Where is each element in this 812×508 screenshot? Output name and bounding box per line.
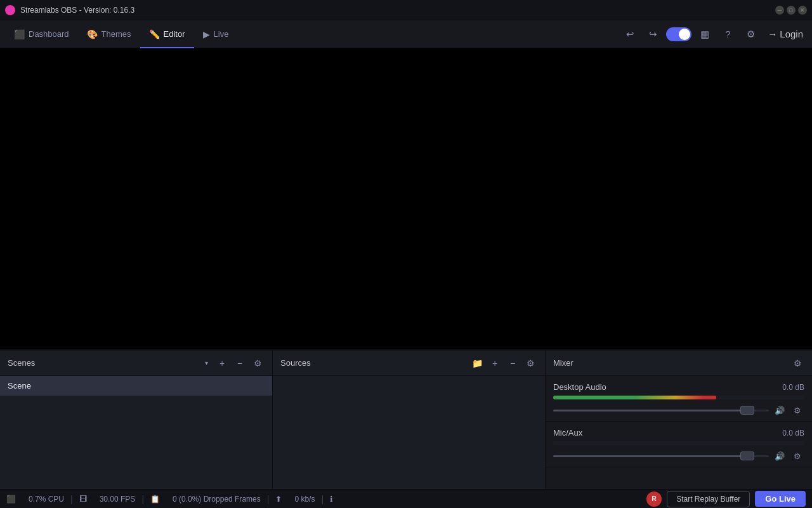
scenes-panel-header: Scenes ▾ + − ⚙ [0, 351, 272, 376]
settings-button[interactable]: ⚙ [741, 25, 760, 44]
mixer-channel-mic: Mic/Aux 0.0 dB 🔊 ⚙ [546, 422, 812, 467]
fps-icon: 🎞 [73, 495, 93, 504]
mic-aux-db: 0.0 dB [782, 429, 804, 438]
editor-icon: ✏️ [149, 29, 160, 39]
toggle-switch[interactable] [666, 27, 691, 41]
bars-button[interactable]: ▦ [695, 25, 714, 44]
cpu-status: 0.7% CPU [22, 495, 70, 504]
mixer-channel-desktop: Desktop Audio 0.0 dB 🔊 ⚙ [546, 376, 812, 422]
sources-list [273, 376, 545, 489]
desktop-audio-label: Desktop Audio [553, 382, 782, 392]
sources-panel-title: Sources [280, 358, 466, 368]
sources-panel-header: Sources 📁 + − ⚙ [273, 351, 545, 376]
close-button[interactable]: ✕ [798, 6, 807, 15]
scenes-panel: Scenes ▾ + − ⚙ Scene [0, 350, 273, 489]
sources-folder-button[interactable]: 📁 [470, 356, 484, 370]
nav-item-dashboard[interactable]: ⬛ Dashboard [5, 20, 78, 48]
mixer-content: Desktop Audio 0.0 dB 🔊 ⚙ [546, 376, 812, 489]
login-button[interactable]: → Login [764, 25, 807, 44]
sources-add-button[interactable]: + [488, 356, 502, 370]
scenes-remove-button[interactable]: − [233, 356, 247, 370]
minimize-button[interactable]: ─ [775, 6, 784, 15]
go-live-button[interactable]: Go Live [755, 491, 806, 507]
scenes-list: Scene [0, 376, 272, 489]
menubar: ⬛ Dashboard 🎨 Themes ✏️ Editor ▶ Live ↩ … [0, 20, 812, 48]
desktop-audio-slider[interactable] [553, 410, 769, 411]
frames-icon: 📋 [144, 495, 166, 504]
mixer-settings-button[interactable]: ⚙ [790, 356, 804, 370]
scenes-settings-button[interactable]: ⚙ [251, 356, 265, 370]
cpu-icon: ⬛ [6, 495, 22, 504]
scenes-panel-title: Scenes [8, 358, 197, 368]
mixer-panel: Mixer ⚙ Desktop Audio 0.0 dB [546, 350, 812, 489]
scenes-dropdown-button[interactable]: ▾ [201, 358, 211, 368]
nav-label-editor: Editor [164, 29, 185, 39]
mixer-panel-header: Mixer ⚙ [546, 351, 812, 376]
redo-button[interactable]: ↪ [643, 25, 662, 44]
sources-settings-button[interactable]: ⚙ [523, 356, 537, 370]
nav-label-themes: Themes [102, 29, 131, 39]
scene-item[interactable]: Scene [0, 376, 272, 396]
frames-status: 0 (0.0%) Dropped Frames [166, 495, 267, 504]
desktop-audio-settings-button[interactable]: ⚙ [790, 403, 804, 417]
app-icon [5, 5, 15, 15]
mic-aux-slider[interactable] [553, 455, 769, 457]
bottom-panels: Scenes ▾ + − ⚙ Scene Sources 📁 + − ⚙ [0, 349, 812, 489]
window-title: Streamlabs OBS - Version: 0.16.3 [20, 6, 770, 15]
statusbar: ⬛ 0.7% CPU | 🎞 30.00 FPS | 📋 0 (0.0%) Dr… [0, 489, 812, 508]
replay-buffer-button[interactable]: Start Replay Buffer [667, 491, 750, 507]
info-icon[interactable]: ℹ [324, 495, 339, 504]
sources-remove-button[interactable]: − [506, 356, 520, 370]
mic-aux-settings-button[interactable]: ⚙ [790, 449, 804, 463]
desktop-audio-mute-button[interactable]: 🔊 [773, 403, 787, 417]
mixer-panel-title: Mixer [553, 358, 787, 368]
nav-label-dashboard: Dashboard [29, 29, 69, 39]
kb-status: 0 kb/s [288, 495, 321, 504]
undo-button[interactable]: ↩ [620, 25, 639, 44]
login-label: Login [780, 29, 803, 39]
scenes-add-button[interactable]: + [215, 356, 229, 370]
themes-icon: 🎨 [87, 29, 98, 39]
user-avatar[interactable]: R [646, 491, 662, 507]
fps-status: 30.00 FPS [93, 495, 142, 504]
help-button[interactable]: ? [718, 25, 737, 44]
titlebar: Streamlabs OBS - Version: 0.16.3 ─ □ ✕ [0, 0, 812, 20]
nav-label-live: Live [214, 29, 229, 39]
mic-aux-label: Mic/Aux [553, 428, 782, 438]
window-controls[interactable]: ─ □ ✕ [775, 6, 807, 15]
desktop-audio-db: 0.0 dB [782, 383, 804, 392]
kb-icon: ⬆ [269, 495, 288, 504]
preview-area [0, 48, 812, 349]
nav-item-editor[interactable]: ✏️ Editor [140, 20, 194, 48]
maximize-button[interactable]: □ [787, 6, 796, 15]
nav-item-live[interactable]: ▶ Live [194, 20, 238, 48]
login-arrow-icon: → [768, 29, 777, 39]
sources-panel: Sources 📁 + − ⚙ [273, 350, 546, 489]
scene-item-name: Scene [8, 381, 31, 391]
live-icon: ▶ [203, 29, 210, 39]
nav-item-themes[interactable]: 🎨 Themes [78, 20, 140, 48]
nav-right-controls: ↩ ↪ ▦ ? ⚙ → Login [620, 25, 807, 44]
mic-aux-mute-button[interactable]: 🔊 [773, 449, 787, 463]
dashboard-icon: ⬛ [14, 29, 25, 39]
